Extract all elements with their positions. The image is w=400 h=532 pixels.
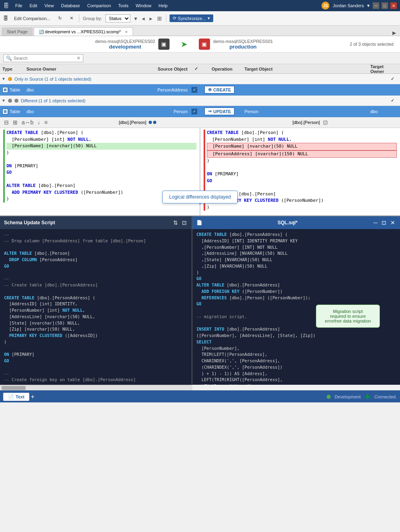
- app-icon: 🗄: [3, 2, 9, 9]
- sql-expand-btn[interactable]: ⊡: [381, 219, 387, 227]
- schema-scrollbar-h[interactable]: [0, 385, 192, 390]
- schema-expand-btn[interactable]: ⇅: [172, 219, 179, 227]
- kw: ALTER TABLE: [4, 251, 32, 256]
- code-line: CREATE TABLE [dbo].[Person] (: [6, 130, 196, 136]
- text-tab[interactable]: 📄 Text: [3, 393, 29, 401]
- update-button[interactable]: ⇒ UPDATE: [204, 108, 234, 115]
- group-row-only-in-source[interactable]: ▼ Only in Source (1 of 1 objects selecte…: [0, 74, 400, 84]
- schema-code-19: -- Create foreign key on table [dbo].[Pe…: [4, 377, 188, 383]
- sql-minimize-btn[interactable]: ─: [373, 219, 378, 227]
- tree-icon: 🌲: [365, 394, 370, 399]
- group-check[interactable]: ✓: [391, 76, 394, 81]
- group2-check[interactable]: ✓: [391, 98, 394, 103]
- tab-close-icon[interactable]: ✕: [125, 30, 128, 34]
- nav-right-button[interactable]: ▸: [149, 14, 153, 22]
- group-row-different[interactable]: ▼ Different (1 of 1 objects selected) ✓: [0, 95, 400, 106]
- group-by-select[interactable]: Status: [105, 14, 130, 22]
- create-button[interactable]: ⊕ CREATE: [204, 86, 234, 93]
- diff-btn2[interactable]: ⊞: [12, 118, 18, 126]
- code-line-r9: [207, 184, 397, 191]
- schema-scrollbar-thumb[interactable]: [2, 386, 26, 390]
- sql-line-1: CREATE TABLE [dbo].[PersonAddress] (: [196, 231, 396, 238]
- right-pane-expand[interactable]: ⊡: [322, 118, 329, 126]
- menu-help[interactable]: Help: [157, 2, 170, 9]
- table-row-person-address[interactable]: ⊞ Table dbo PersonAddress ✓ ⊕ CREATE: [0, 84, 400, 95]
- nav-left-button[interactable]: ◂: [141, 14, 145, 22]
- schema-update-header: Schema Update Script ⇅ ⊡: [0, 216, 192, 229]
- close-button[interactable]: ✕: [390, 2, 397, 9]
- connected-status: Connected.: [374, 394, 397, 399]
- search-clear-icon[interactable]: ✕: [77, 55, 81, 61]
- tab-start-page[interactable]: Start Page: [2, 27, 33, 36]
- row2-tgt-owner: dbo: [368, 109, 400, 114]
- search-input[interactable]: [14, 56, 77, 61]
- tab-start-page-label: Start Page: [7, 29, 28, 34]
- group2-expand-icon: ▼: [2, 98, 6, 103]
- menu-view[interactable]: View: [43, 2, 56, 9]
- schema-code-16: ON [PRIMARY]: [4, 351, 188, 358]
- menu-comparison[interactable]: Comparison: [85, 2, 112, 9]
- add-tab-button[interactable]: +: [31, 393, 34, 400]
- tab-comparison[interactable]: 🔄 development vs ...XPRESS01).scomp* ✕: [34, 27, 133, 36]
- menu-edit[interactable]: Edit: [28, 2, 39, 9]
- edit-comparison-button[interactable]: Edit Comparison...: [12, 15, 53, 22]
- maximize-button[interactable]: □: [382, 2, 388, 9]
- diff-btn1[interactable]: ⊟: [3, 118, 10, 126]
- row2-checkbox[interactable]: ✓: [192, 109, 197, 114]
- source-db: development: [95, 44, 155, 50]
- menu-database[interactable]: Database: [59, 2, 81, 9]
- sql-line-9: ALTER TABLE [dbo].[PersonAddress]: [196, 282, 396, 288]
- dev-indicator: Development: [335, 394, 361, 399]
- diff-btn5[interactable]: ≡: [44, 118, 48, 126]
- menu-window[interactable]: Window: [134, 2, 153, 9]
- row2-src-object: Person: [64, 109, 190, 114]
- schema-code-5: GO: [4, 263, 188, 270]
- schema-code-blank6: [4, 383, 188, 385]
- grid-view-button[interactable]: ⊞: [156, 14, 163, 22]
- row1-checkbox[interactable]: ✓: [192, 87, 197, 93]
- sync-dropdown-icon: ▾: [208, 16, 210, 21]
- schema-code-blank4: [4, 345, 188, 352]
- schema-code-14: PRIMARY KEY CLUSTERED ([AddressID]): [4, 333, 188, 339]
- col-header-target-owner: Target Owner: [368, 64, 400, 74]
- menu-file[interactable]: File: [14, 2, 24, 9]
- selected-count: 2 of 3 objects selected: [350, 42, 394, 47]
- synchronize-button[interactable]: ⟳ Synchronize... ▾: [170, 14, 213, 22]
- code-line: ON [PRIMARY]: [6, 163, 196, 170]
- table-row-person[interactable]: ⊞ Table dbo Person ✓ ⇒ UPDATE Person dbo: [0, 106, 400, 117]
- filter-button[interactable]: ▾: [133, 14, 138, 22]
- code-line-r7: ON [PRIMARY]: [207, 171, 397, 178]
- target-connection: ▣ demo-mssql\SQLEXPRESS01 production: [199, 39, 273, 50]
- row2-type-label: Table: [10, 109, 20, 114]
- refresh-button[interactable]: ↻: [56, 14, 64, 22]
- kw4: GO: [6, 170, 12, 175]
- code-line-r5: ): [207, 158, 397, 164]
- kw: INSERT INTO: [196, 327, 224, 331]
- kw: CREATE TABLE: [6, 130, 38, 135]
- row2-check[interactable]: ✓: [190, 109, 202, 114]
- row1-type-label: Table: [10, 87, 20, 92]
- row1-src-owner: dbo: [24, 87, 64, 92]
- minimize-button[interactable]: ─: [373, 2, 379, 9]
- diff-btn3[interactable]: a↔b: [21, 118, 34, 126]
- diff-btn4[interactable]: ↓: [37, 118, 41, 126]
- sql-line-21: ) + 1) - 1)) AS [Address],: [196, 371, 396, 377]
- bottom-section: Schema Update Script ⇅ ⊡ -- -- Drop colu…: [0, 216, 400, 385]
- group-status-dot: [8, 77, 12, 81]
- row1-check[interactable]: ✓: [190, 87, 202, 93]
- diff-section: CREATE TABLE [dbo].[Person] ( [PersonNum…: [0, 128, 400, 216]
- sql-line-17: [PersonNumber],: [196, 345, 396, 352]
- tab-nav-right[interactable]: ▶: [390, 30, 398, 36]
- kw: NOT NULL: [62, 308, 83, 313]
- group-by-label: Group by:: [83, 16, 102, 21]
- schema-resize-btn[interactable]: ⊡: [181, 219, 188, 227]
- schema-code-11: [AddressLine] [nvarchar](50) NULL,: [4, 314, 188, 320]
- sql-close-btn[interactable]: ✕: [390, 219, 396, 227]
- close-tab-button[interactable]: ✕: [67, 14, 76, 22]
- schema-body[interactable]: -- -- Drop column [PersonAddress] from t…: [0, 229, 192, 385]
- tab-comparison-label: development vs ...XPRESS01).scomp*: [45, 29, 121, 34]
- menu-tools[interactable]: Tools: [117, 2, 130, 9]
- user-dropdown-icon[interactable]: ▾: [367, 3, 370, 8]
- dot-pair-left: [149, 121, 156, 124]
- sql-icon: 📄: [196, 220, 202, 225]
